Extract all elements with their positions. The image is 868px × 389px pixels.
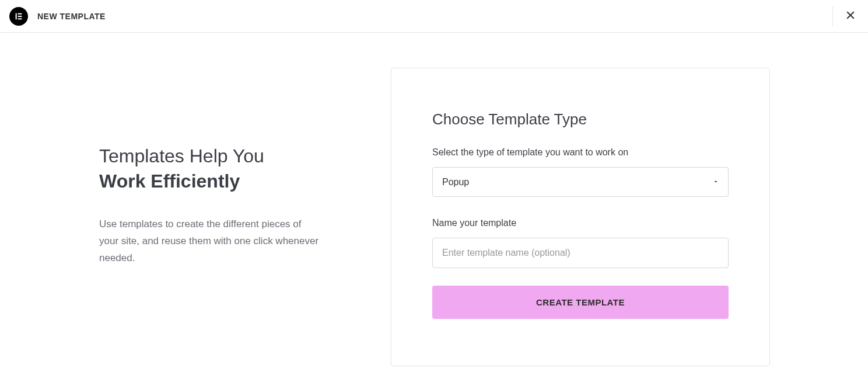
svg-rect-1 (18, 13, 22, 14)
intro-panel: Templates Help You Work Efficiently Use … (0, 68, 391, 366)
intro-description: Use templates to create the different pi… (99, 216, 321, 267)
dialog-header: NEW TEMPLATE (0, 0, 868, 33)
close-button[interactable] (832, 6, 859, 27)
template-type-label: Select the type of template you want to … (432, 147, 729, 158)
header-title: NEW TEMPLATE (37, 12, 106, 21)
main-content: Templates Help You Work Efficiently Use … (0, 33, 868, 366)
template-type-select-wrapper: Popup (432, 167, 729, 197)
svg-rect-2 (18, 16, 22, 17)
svg-rect-0 (16, 13, 17, 19)
template-name-input[interactable] (432, 238, 729, 268)
header-left: NEW TEMPLATE (9, 7, 106, 26)
intro-title-line1: Templates Help You (99, 144, 391, 169)
svg-rect-3 (18, 18, 22, 19)
form-title: Choose Template Type (432, 110, 729, 128)
elementor-logo (9, 7, 28, 26)
create-template-button[interactable]: CREATE TEMPLATE (432, 286, 729, 319)
close-icon (845, 9, 856, 23)
form-panel: Choose Template Type Select the type of … (391, 68, 770, 366)
template-name-label: Name your template (432, 218, 729, 228)
intro-title-line2: Work Efficiently (99, 169, 391, 194)
template-type-select[interactable]: Popup (432, 167, 729, 197)
